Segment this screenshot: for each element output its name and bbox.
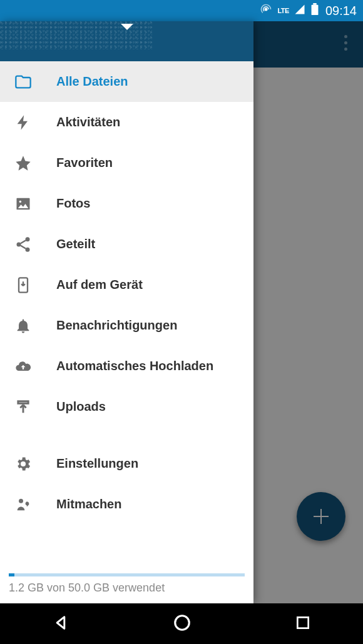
svg-rect-1 — [311, 4, 318, 14]
svg-point-5 — [26, 237, 30, 241]
share-icon — [14, 235, 33, 254]
nav-item-label: Favoriten — [56, 156, 113, 170]
nav-item-label: Uploads — [56, 400, 106, 414]
status-bar: LTE 09:14 — [0, 0, 363, 21]
drawer-divider — [0, 427, 253, 443]
nav-item-label: Fotos — [56, 196, 90, 211]
nav-item-participate[interactable]: Mitmachen — [0, 484, 253, 525]
overflow-menu-button[interactable] — [339, 35, 352, 51]
navigation-drawer: Alle Dateien Aktivitäten Favoriten Fotos — [0, 21, 253, 603]
participate-icon — [14, 495, 33, 514]
account-dropdown-icon[interactable] — [121, 24, 133, 30]
folder-outline-icon — [14, 73, 33, 91]
add-fab[interactable] — [297, 492, 345, 541]
nav-item-settings[interactable]: Einstellungen — [0, 443, 253, 484]
nav-item-label: Alle Dateien — [56, 74, 128, 89]
nav-item-label: Mitmachen — [56, 497, 121, 511]
recents-button[interactable] — [295, 615, 311, 633]
svg-point-7 — [26, 247, 30, 251]
nav-item-shared[interactable]: Geteilt — [0, 224, 253, 264]
network-type-label: LTE — [277, 7, 289, 14]
bell-icon — [14, 316, 33, 335]
svg-point-6 — [17, 242, 21, 246]
nav-item-favorites[interactable]: Favoriten — [0, 143, 253, 183]
storage-bar — [9, 573, 245, 576]
drawer-header[interactable] — [0, 21, 253, 61]
bolt-icon — [14, 113, 33, 132]
nav-item-uploads[interactable]: Uploads — [0, 386, 253, 427]
nav-item-activity[interactable]: Aktivitäten — [0, 102, 253, 143]
svg-rect-2 — [313, 3, 316, 5]
svg-point-4 — [19, 200, 21, 203]
device-download-icon — [14, 276, 33, 294]
nav-item-photos[interactable]: Fotos — [0, 183, 253, 224]
nav-item-label: Aktivitäten — [56, 115, 120, 129]
svg-point-0 — [265, 8, 268, 11]
image-icon — [14, 194, 33, 213]
system-nav-bar — [0, 603, 363, 644]
nav-item-label: Auf dem Gerät — [56, 278, 143, 292]
upload-icon — [14, 398, 33, 416]
battery-icon — [310, 3, 319, 19]
clock: 09:14 — [325, 4, 357, 18]
back-button[interactable] — [52, 614, 69, 634]
storage-indicator: 1.2 GB von 50.0 GB verwendet — [0, 570, 253, 603]
hotspot-icon — [260, 3, 272, 19]
gear-icon — [14, 455, 33, 473]
svg-point-9 — [19, 498, 23, 503]
star-icon — [14, 154, 33, 173]
cloud-upload-icon — [14, 357, 33, 376]
storage-text: 1.2 GB von 50.0 GB verwendet — [9, 581, 165, 594]
nav-item-label: Einstellungen — [56, 456, 138, 471]
nav-item-label: Benachrichtigungen — [56, 318, 177, 333]
nav-item-on-device[interactable]: Auf dem Gerät — [0, 264, 253, 305]
nav-item-label: Geteilt — [56, 237, 95, 251]
nav-item-notifications[interactable]: Benachrichtigungen — [0, 305, 253, 346]
nav-item-auto-upload[interactable]: Automatisches Hochladen — [0, 346, 253, 386]
nav-item-all-files[interactable]: Alle Dateien — [0, 61, 253, 102]
svg-point-10 — [175, 615, 190, 630]
home-button[interactable] — [173, 613, 192, 635]
svg-rect-11 — [298, 617, 309, 628]
nav-item-label: Automatisches Hochladen — [56, 359, 213, 373]
signal-icon — [294, 4, 305, 18]
